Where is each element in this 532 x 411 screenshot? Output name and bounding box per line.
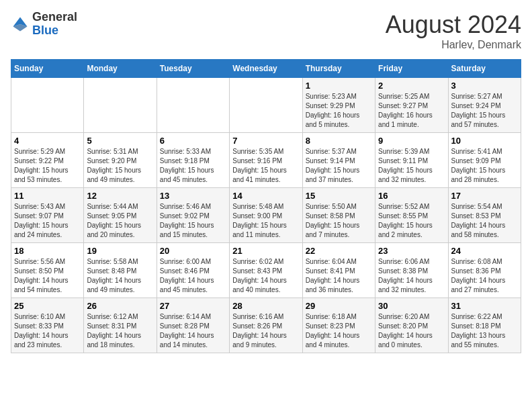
day-number: 6 [160,136,226,146]
calendar-cell: 14Sunrise: 5:48 AM Sunset: 9:00 PM Dayli… [230,188,302,243]
calendar-cell [11,78,84,133]
logo: General Blue [11,11,77,38]
calendar-cell: 30Sunrise: 6:20 AM Sunset: 8:20 PM Dayli… [375,298,448,353]
day-number: 19 [87,246,153,256]
location: Harlev, Denmark [386,39,521,51]
day-info: Sunrise: 6:06 AM Sunset: 8:38 PM Dayligh… [378,257,445,295]
calendar-cell: 4Sunrise: 5:29 AM Sunset: 9:22 PM Daylig… [11,133,84,188]
header-day-friday: Friday [375,60,448,78]
header-day-monday: Monday [84,60,157,78]
page-header: General Blue August 2024 Harlev, Denmark [11,11,521,51]
calendar-cell: 17Sunrise: 5:54 AM Sunset: 8:53 PM Dayli… [448,188,521,243]
day-info: Sunrise: 6:02 AM Sunset: 8:43 PM Dayligh… [232,257,299,295]
day-info: Sunrise: 5:33 AM Sunset: 9:18 PM Dayligh… [160,147,226,185]
calendar-cell: 6Sunrise: 5:33 AM Sunset: 9:18 PM Daylig… [157,133,229,188]
header-day-thursday: Thursday [302,60,375,78]
calendar-cell: 24Sunrise: 6:08 AM Sunset: 8:36 PM Dayli… [448,243,521,298]
day-number: 21 [232,246,299,256]
day-info: Sunrise: 5:56 AM Sunset: 8:50 PM Dayligh… [14,257,81,295]
day-number: 22 [306,246,372,256]
calendar-cell: 3Sunrise: 5:27 AM Sunset: 9:24 PM Daylig… [448,78,521,133]
day-info: Sunrise: 5:44 AM Sunset: 9:05 PM Dayligh… [87,202,153,240]
day-info: Sunrise: 5:41 AM Sunset: 9:09 PM Dayligh… [451,147,518,185]
calendar-body: 1Sunrise: 5:23 AM Sunset: 9:29 PM Daylig… [11,78,521,353]
calendar-cell: 20Sunrise: 6:00 AM Sunset: 8:46 PM Dayli… [157,243,229,298]
day-info: Sunrise: 6:12 AM Sunset: 8:31 PM Dayligh… [87,312,153,350]
day-info: Sunrise: 5:29 AM Sunset: 9:22 PM Dayligh… [14,147,81,185]
week-row-4: 18Sunrise: 5:56 AM Sunset: 8:50 PM Dayli… [11,243,521,298]
day-number: 28 [232,301,299,311]
day-number: 11 [14,191,81,201]
day-number: 23 [378,246,445,256]
calendar-cell: 1Sunrise: 5:23 AM Sunset: 9:29 PM Daylig… [302,78,375,133]
day-info: Sunrise: 6:00 AM Sunset: 8:46 PM Dayligh… [160,257,226,295]
calendar-cell: 12Sunrise: 5:44 AM Sunset: 9:05 PM Dayli… [84,188,157,243]
calendar-cell: 11Sunrise: 5:43 AM Sunset: 9:07 PM Dayli… [11,188,84,243]
day-number: 30 [378,301,445,311]
day-number: 10 [451,136,518,146]
header-day-wednesday: Wednesday [230,60,302,78]
day-number: 13 [160,191,226,201]
calendar-cell: 16Sunrise: 5:52 AM Sunset: 8:55 PM Dayli… [375,188,448,243]
header-day-tuesday: Tuesday [157,60,229,78]
day-info: Sunrise: 5:39 AM Sunset: 9:11 PM Dayligh… [378,147,445,185]
day-number: 2 [378,81,445,91]
day-info: Sunrise: 5:54 AM Sunset: 8:53 PM Dayligh… [451,202,518,240]
day-info: Sunrise: 5:23 AM Sunset: 9:29 PM Dayligh… [306,92,372,130]
calendar-cell: 8Sunrise: 5:37 AM Sunset: 9:14 PM Daylig… [302,133,375,188]
day-number: 20 [160,246,226,256]
day-number: 4 [14,136,81,146]
day-number: 15 [306,191,372,201]
day-info: Sunrise: 5:50 AM Sunset: 8:58 PM Dayligh… [306,202,372,240]
calendar-cell: 23Sunrise: 6:06 AM Sunset: 8:38 PM Dayli… [375,243,448,298]
day-number: 14 [232,191,299,201]
calendar-cell: 27Sunrise: 6:14 AM Sunset: 8:28 PM Dayli… [157,298,229,353]
calendar-cell [84,78,157,133]
calendar-header: SundayMondayTuesdayWednesdayThursdayFrid… [11,60,521,78]
day-number: 9 [378,136,445,146]
calendar-cell: 13Sunrise: 5:46 AM Sunset: 9:02 PM Dayli… [157,188,229,243]
calendar-cell [230,78,302,133]
week-row-1: 1Sunrise: 5:23 AM Sunset: 9:29 PM Daylig… [11,78,521,133]
logo-icon [11,15,30,34]
calendar-cell: 9Sunrise: 5:39 AM Sunset: 9:11 PM Daylig… [375,133,448,188]
calendar-cell: 7Sunrise: 5:35 AM Sunset: 9:16 PM Daylig… [230,133,302,188]
day-info: Sunrise: 5:25 AM Sunset: 9:27 PM Dayligh… [378,92,445,130]
day-info: Sunrise: 6:08 AM Sunset: 8:36 PM Dayligh… [451,257,518,295]
calendar-cell [157,78,229,133]
calendar-cell: 25Sunrise: 6:10 AM Sunset: 8:33 PM Dayli… [11,298,84,353]
day-info: Sunrise: 6:10 AM Sunset: 8:33 PM Dayligh… [14,312,81,350]
day-info: Sunrise: 6:20 AM Sunset: 8:20 PM Dayligh… [378,312,445,350]
title-block: August 2024 Harlev, Denmark [386,11,521,51]
header-day-sunday: Sunday [11,60,84,78]
calendar-cell: 15Sunrise: 5:50 AM Sunset: 8:58 PM Dayli… [302,188,375,243]
day-number: 7 [232,136,299,146]
week-row-3: 11Sunrise: 5:43 AM Sunset: 9:07 PM Dayli… [11,188,521,243]
day-info: Sunrise: 5:58 AM Sunset: 8:48 PM Dayligh… [87,257,153,295]
calendar-cell: 22Sunrise: 6:04 AM Sunset: 8:41 PM Dayli… [302,243,375,298]
day-number: 18 [14,246,81,256]
day-number: 3 [451,81,518,91]
day-info: Sunrise: 5:27 AM Sunset: 9:24 PM Dayligh… [451,92,518,130]
day-number: 12 [87,191,153,201]
month-title: August 2024 [386,11,521,39]
calendar-cell: 28Sunrise: 6:16 AM Sunset: 8:26 PM Dayli… [230,298,302,353]
day-number: 8 [306,136,372,146]
day-info: Sunrise: 5:37 AM Sunset: 9:14 PM Dayligh… [306,147,372,185]
calendar-cell: 19Sunrise: 5:58 AM Sunset: 8:48 PM Dayli… [84,243,157,298]
logo-text: General Blue [32,11,77,38]
day-number: 5 [87,136,153,146]
day-info: Sunrise: 6:14 AM Sunset: 8:28 PM Dayligh… [160,312,226,350]
week-row-2: 4Sunrise: 5:29 AM Sunset: 9:22 PM Daylig… [11,133,521,188]
calendar-cell: 31Sunrise: 6:22 AM Sunset: 8:18 PM Dayli… [448,298,521,353]
day-number: 24 [451,246,518,256]
calendar-table: SundayMondayTuesdayWednesdayThursdayFrid… [11,59,521,353]
calendar-cell: 18Sunrise: 5:56 AM Sunset: 8:50 PM Dayli… [11,243,84,298]
calendar-cell: 10Sunrise: 5:41 AM Sunset: 9:09 PM Dayli… [448,133,521,188]
day-info: Sunrise: 5:52 AM Sunset: 8:55 PM Dayligh… [378,202,445,240]
day-number: 1 [306,81,372,91]
day-number: 17 [451,191,518,201]
calendar-cell: 26Sunrise: 6:12 AM Sunset: 8:31 PM Dayli… [84,298,157,353]
day-number: 31 [451,301,518,311]
calendar-cell: 29Sunrise: 6:18 AM Sunset: 8:23 PM Dayli… [302,298,375,353]
